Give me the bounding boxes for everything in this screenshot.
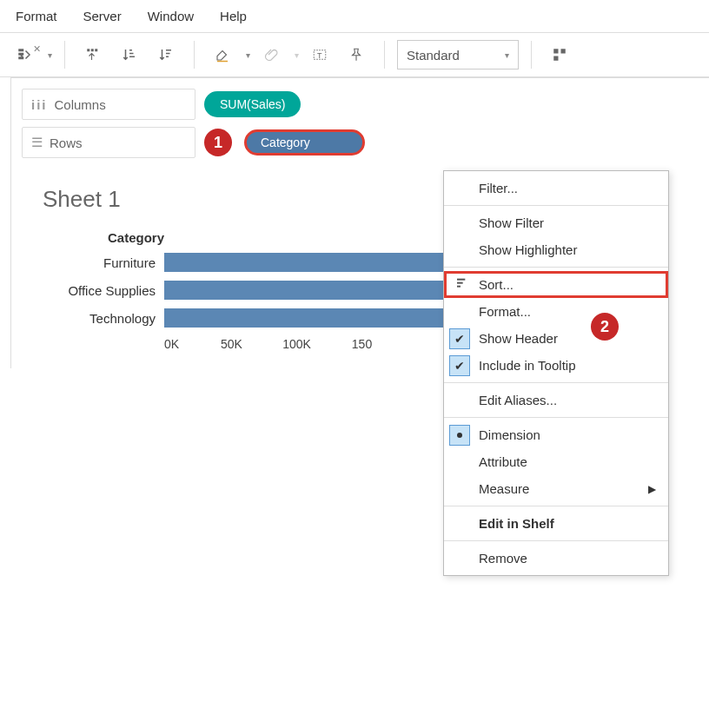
- pill-category[interactable]: Category: [244, 129, 365, 156]
- chevron-down-icon[interactable]: ▾: [246, 50, 250, 60]
- sort-asc-icon[interactable]: [114, 40, 145, 69]
- columns-icon: iii: [31, 97, 48, 112]
- y-axis-header[interactable]: Category: [43, 230, 164, 245]
- checkmark-icon: ✔: [449, 328, 470, 349]
- swap-rows-cols-icon[interactable]: [77, 40, 109, 69]
- menu-show-header-label: Show Header: [479, 331, 558, 346]
- menu-sort-label: Sort...: [479, 277, 514, 292]
- chevron-down-icon: ▾: [505, 50, 509, 60]
- fit-mode-select[interactable]: Standard ▾: [397, 40, 519, 69]
- svg-rect-3: [129, 50, 132, 51]
- menu-dimension[interactable]: Dimension: [444, 421, 668, 448]
- menu-separator: [444, 506, 668, 506]
- svg-rect-7: [166, 53, 170, 55]
- bar-label[interactable]: Technology: [43, 311, 164, 326]
- menu-include-tooltip[interactable]: ✔ Include in Tooltip: [444, 352, 668, 379]
- rows-text: Rows: [50, 136, 83, 150]
- x-tick: 0K: [164, 337, 199, 351]
- menu-attribute[interactable]: Attribute: [444, 448, 668, 475]
- menu-separator: [444, 267, 668, 268]
- menu-show-highlighter[interactable]: Show Highlighter: [444, 236, 668, 263]
- pin-icon[interactable]: [341, 40, 372, 69]
- svg-rect-12: [561, 49, 566, 53]
- toolbar-divider: [64, 41, 65, 69]
- columns-shelf[interactable]: iii Columns SUM(Sales): [22, 85, 699, 123]
- menu-show-header[interactable]: ✔ Show Header: [444, 325, 668, 352]
- annotation-1: 1: [204, 129, 232, 156]
- show-me-icon[interactable]: [544, 40, 575, 69]
- svg-rect-11: [553, 49, 558, 53]
- x-tick: 150: [329, 337, 394, 351]
- menu-include-tooltip-label: Include in Tooltip: [479, 358, 575, 373]
- chevron-right-icon: ▶: [648, 483, 656, 495]
- context-menu: Filter... Show Filter Show Highlighter S…: [443, 170, 669, 576]
- svg-text:T: T: [317, 51, 322, 60]
- swap-icon[interactable]: ✕: [9, 40, 40, 69]
- menu-remove[interactable]: Remove: [444, 545, 668, 572]
- menu-help[interactable]: Help: [215, 5, 252, 27]
- svg-rect-13: [553, 56, 558, 61]
- menu-edit-in-shelf[interactable]: Edit in Shelf: [444, 510, 668, 537]
- menu-measure-label: Measure: [479, 481, 529, 496]
- menu-server[interactable]: Server: [78, 5, 127, 27]
- svg-rect-15: [457, 282, 463, 284]
- attach-icon[interactable]: [255, 40, 287, 69]
- x-tick: 50K: [199, 337, 264, 351]
- menu-window[interactable]: Window: [142, 5, 199, 27]
- menu-measure[interactable]: Measure ▶: [444, 475, 668, 502]
- svg-rect-6: [166, 50, 171, 51]
- svg-rect-1: [91, 49, 94, 51]
- svg-rect-5: [129, 56, 135, 58]
- app-menubar: Format Server Window Help: [0, 0, 709, 33]
- menu-separator: [444, 540, 668, 541]
- sort-desc-icon[interactable]: [150, 40, 182, 69]
- columns-shelf-label: iii Columns: [22, 89, 195, 120]
- pill-sum-sales[interactable]: SUM(Sales): [204, 91, 301, 117]
- bar-label[interactable]: Furniture: [43, 255, 164, 270]
- chevron-down-icon[interactable]: ▾: [48, 50, 52, 60]
- svg-rect-2: [95, 49, 97, 51]
- bar-label[interactable]: Office Supplies: [43, 283, 164, 298]
- menu-edit-aliases[interactable]: Edit Aliases...: [444, 387, 668, 414]
- menu-format[interactable]: Format: [10, 5, 63, 27]
- fit-mode-label: Standard: [407, 48, 460, 63]
- svg-rect-4: [129, 53, 134, 55]
- svg-rect-8: [166, 56, 169, 58]
- svg-rect-16: [457, 286, 461, 288]
- chevron-down-icon[interactable]: ▾: [295, 50, 299, 60]
- menu-dimension-label: Dimension: [479, 427, 540, 442]
- toolbar-divider: [194, 41, 195, 69]
- columns-text: Columns: [55, 97, 106, 112]
- svg-rect-0: [87, 49, 89, 51]
- toolbar: ✕ ▾ ▾ ▾ T Standard ▾: [0, 33, 709, 77]
- menu-separator: [444, 382, 668, 383]
- toolbar-divider: [384, 41, 385, 69]
- text-label-icon[interactable]: T: [304, 40, 335, 69]
- svg-rect-14: [457, 279, 465, 281]
- menu-separator: [444, 205, 668, 206]
- rows-shelf-label: ☰ Rows: [22, 127, 195, 158]
- radio-dot-icon: [449, 425, 470, 446]
- sort-icon: [455, 276, 469, 293]
- menu-sort[interactable]: Sort...: [444, 271, 668, 298]
- menu-show-filter[interactable]: Show Filter: [444, 209, 668, 236]
- toolbar-divider: [531, 41, 532, 69]
- menu-format[interactable]: Format...: [444, 298, 668, 325]
- rows-icon: ☰: [31, 135, 43, 150]
- shelves-area: iii Columns SUM(Sales) ☰ Rows 1 Category: [10, 77, 709, 169]
- menu-filter[interactable]: Filter...: [444, 175, 668, 202]
- rows-shelf[interactable]: ☰ Rows 1 Category: [22, 123, 699, 162]
- highlight-icon[interactable]: [207, 40, 238, 69]
- x-tick: 100K: [264, 337, 329, 351]
- menu-separator: [444, 417, 668, 418]
- checkmark-icon: ✔: [449, 355, 470, 376]
- annotation-2: 2: [591, 313, 619, 341]
